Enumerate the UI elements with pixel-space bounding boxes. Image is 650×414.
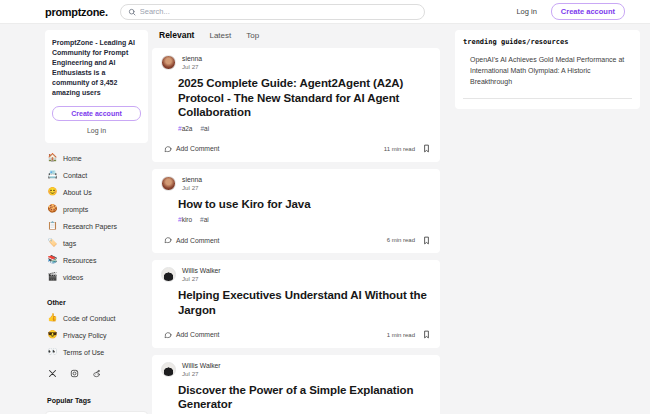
add-comment-label: Add Comment: [176, 237, 219, 244]
code-of-conduct-icon: 👍: [47, 314, 58, 322]
social-links: [45, 361, 148, 384]
post-tag-ai[interactable]: #ai: [200, 125, 209, 132]
sidebar-create-account-button[interactable]: Create account: [52, 106, 141, 121]
tab-top[interactable]: Top: [246, 31, 259, 40]
post-card[interactable]: sienna Jul 27 How to use Kiro for Java #…: [152, 169, 440, 254]
post-header: sienna Jul 27: [161, 176, 431, 191]
read-time: 6 min read: [387, 237, 415, 243]
add-comment-button[interactable]: Add Comment: [161, 234, 222, 246]
popular-tags-heading: Popular Tags: [45, 393, 148, 408]
left-sidebar: PromptZone - Leading AI Community for Pr…: [45, 30, 148, 414]
read-time: 1 min read: [387, 332, 415, 338]
nav-item-label: Resources: [63, 257, 96, 264]
post-header: Willis Walker Jul 27: [161, 267, 431, 282]
post-author[interactable]: Willis Walker: [182, 267, 221, 274]
avatar[interactable]: [161, 176, 176, 191]
post-tag-ai[interactable]: #ai: [200, 216, 209, 223]
other-heading: Other: [45, 295, 148, 310]
sidebar-item-research-papers[interactable]: 📋 Research Papers: [45, 218, 148, 235]
feed-tabs: RelevantLatestTop: [152, 27, 440, 48]
terms-of-use-icon: 👀: [47, 348, 58, 356]
nav-item-label: Contact: [63, 172, 87, 179]
nav-item-label: Terms of Use: [63, 349, 104, 356]
post-footer: Add Comment 1 min read: [161, 329, 431, 341]
add-comment-button[interactable]: Add Comment: [161, 143, 222, 155]
post-date: Jul 27: [182, 184, 202, 191]
sidebar-item-about-us[interactable]: 😊 About Us: [45, 184, 148, 201]
post-date: Jul 27: [182, 275, 221, 282]
avatar[interactable]: [161, 362, 176, 377]
x-twitter-icon[interactable]: [48, 369, 57, 378]
create-account-button[interactable]: Create account: [551, 3, 625, 20]
right-sidebar: trending guides/resources OpenAI's AI Ac…: [455, 30, 640, 109]
search-input[interactable]: [140, 7, 417, 16]
avatar[interactable]: [161, 55, 176, 70]
sidebar-item-resources[interactable]: 📚 Resources: [45, 252, 148, 269]
nav-item-label: Home: [63, 155, 82, 162]
nav-item-label: prompts: [63, 206, 88, 213]
sidebar-item-videos[interactable]: 🎬 videos: [45, 269, 148, 286]
site-logo[interactable]: promptzone.: [45, 6, 108, 18]
post-date: Jul 27: [182, 370, 221, 377]
post-author[interactable]: Willis Walker: [182, 362, 221, 369]
community-intro-text: PromptZone - Leading AI Community for Pr…: [52, 38, 141, 98]
post-card[interactable]: Willis Walker Jul 27 Discover the Power …: [152, 355, 440, 414]
sidebar-item-tags[interactable]: 🏷️ tags: [45, 235, 148, 252]
post-author[interactable]: sienna: [182, 176, 202, 183]
nav-item-label: Research Papers: [63, 223, 117, 230]
bookmark-icon[interactable]: [422, 330, 431, 339]
prompts-icon: 🍪: [47, 205, 58, 213]
tab-latest[interactable]: Latest: [209, 31, 231, 40]
sidebar-item-privacy-policy[interactable]: 😎 Privacy Policy: [45, 327, 148, 344]
avatar[interactable]: [161, 267, 176, 282]
login-link[interactable]: Log in: [516, 7, 536, 16]
post-title[interactable]: Discover the Power of a Simple Explanati…: [178, 383, 431, 412]
resources-icon: 📚: [47, 256, 58, 264]
search-box[interactable]: [120, 4, 425, 20]
add-comment-button[interactable]: Add Comment: [161, 329, 222, 341]
post-tag-a2a[interactable]: #a2a: [178, 125, 192, 132]
sidebar-login-link[interactable]: Log in: [52, 127, 141, 134]
reddit-icon[interactable]: [92, 369, 101, 378]
sidebar-item-home[interactable]: 🏠 Home: [45, 150, 148, 167]
post-footer-right: 6 min read: [387, 236, 431, 245]
tags-icon: 🏷️: [47, 239, 58, 247]
post-title[interactable]: Helping Executives Understand AI Without…: [178, 288, 431, 317]
sidebar-item-terms-of-use[interactable]: 👀 Terms of Use: [45, 344, 148, 361]
post-meta: sienna Jul 27: [182, 176, 202, 191]
sidebar-item-contact[interactable]: 📇 Contact: [45, 167, 148, 184]
post-meta: Willis Walker Jul 27: [182, 267, 221, 282]
nav-item-label: Privacy Policy: [63, 332, 107, 339]
bookmark-icon[interactable]: [422, 236, 431, 245]
post-footer: Add Comment 6 min read: [161, 234, 431, 246]
post-footer-right: 11 min read: [384, 144, 431, 153]
privacy-policy-icon: 😎: [47, 331, 58, 339]
community-intro-card: PromptZone - Leading AI Community for Pr…: [45, 30, 148, 143]
post-card[interactable]: Willis Walker Jul 27 Helping Executives …: [152, 260, 440, 347]
research-papers-icon: 📋: [47, 222, 58, 230]
post-card[interactable]: sienna Jul 27 2025 Complete Guide: Agent…: [152, 48, 440, 162]
contact-icon: 📇: [47, 171, 58, 179]
trending-heading: trending guides/resources: [463, 38, 632, 46]
sidebar-other-list: 👍 Code of Conduct 😎 Privacy Policy 👀 Ter…: [45, 310, 148, 361]
trending-list: OpenAI's AI Achieves Gold Medal Performa…: [463, 55, 632, 88]
nav-item-label: Code of Conduct: [63, 315, 116, 322]
nav-item-label: videos: [63, 274, 83, 281]
post-tag-kiro[interactable]: #kiro: [178, 216, 192, 223]
bookmark-icon[interactable]: [422, 144, 431, 153]
trending-card: trending guides/resources OpenAI's AI Ac…: [455, 30, 640, 109]
post-title[interactable]: How to use Kiro for Java: [178, 197, 431, 212]
post-author[interactable]: sienna: [182, 55, 202, 62]
instagram-icon[interactable]: [70, 369, 79, 378]
tab-relevant[interactable]: Relevant: [159, 30, 194, 40]
post-tags: #a2a#ai: [178, 125, 431, 132]
trending-item[interactable]: OpenAI's AI Achieves Gold Medal Performa…: [470, 55, 628, 88]
popular-tags-panel[interactable]: [45, 411, 148, 414]
post-title[interactable]: 2025 Complete Guide: Agent2Agent (A2A) P…: [178, 76, 431, 120]
sidebar-nav: 🏠 Home 📇 Contact 😊 About Us 🍪 prompts 📋 …: [45, 150, 148, 286]
trending-divider: [463, 98, 632, 109]
post-header: sienna Jul 27: [161, 55, 431, 70]
top-navbar: promptzone. Log in Create account: [0, 0, 650, 24]
sidebar-item-prompts[interactable]: 🍪 prompts: [45, 201, 148, 218]
sidebar-item-code-of-conduct[interactable]: 👍 Code of Conduct: [45, 310, 148, 327]
